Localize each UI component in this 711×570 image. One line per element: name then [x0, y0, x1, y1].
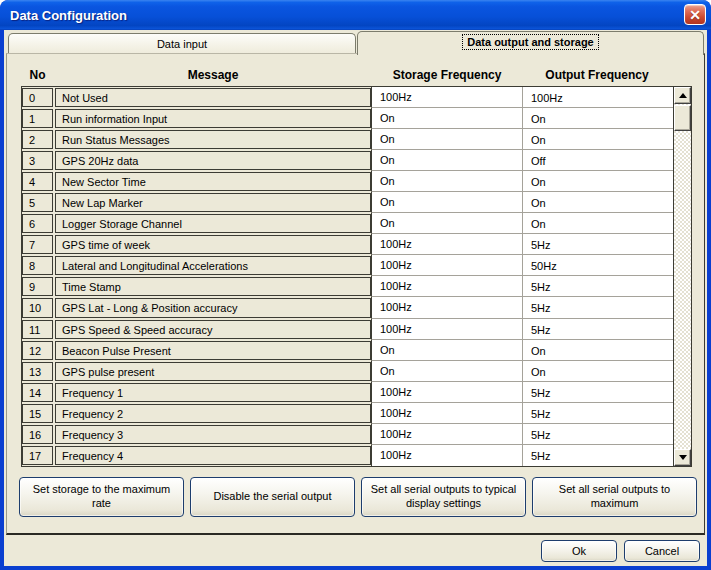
close-button[interactable]: ✕ [684, 4, 706, 25]
table-body: 0Not Used100Hz100Hz1Run information Inpu… [22, 87, 673, 466]
cell-storage[interactable]: 100Hz [371, 255, 522, 276]
cell-output[interactable]: On [522, 340, 673, 361]
cell-storage[interactable]: On [371, 192, 522, 213]
table-row[interactable]: 8Lateral and Longitudinal Accelerations1… [22, 255, 673, 276]
cell-storage[interactable]: 100Hz [371, 234, 522, 255]
cell-storage[interactable]: 100Hz [371, 297, 522, 318]
cell-output[interactable]: 100Hz [522, 87, 673, 108]
disable-serial-output-button[interactable]: Disable the serial output [190, 477, 355, 517]
header-message: Message [54, 68, 372, 82]
table-row[interactable]: 4New Sector TimeOnOn [22, 171, 673, 192]
tab-data-input-label: Data input [157, 38, 207, 50]
table-row[interactable]: 16Frequency 3100Hz5Hz [22, 424, 673, 445]
table-row[interactable]: 15Frequency 2100Hz5Hz [22, 403, 673, 424]
cell-no: 15 [22, 404, 53, 423]
cell-output[interactable]: 5Hz [522, 382, 673, 403]
cell-output[interactable]: 5Hz [522, 276, 673, 297]
scroll-down-icon [679, 455, 687, 460]
cell-output[interactable]: On [522, 171, 673, 192]
table-row[interactable]: 17Frequency 4100Hz5Hz [22, 445, 673, 466]
cell-output[interactable]: 50Hz [522, 255, 673, 276]
cell-storage[interactable]: 100Hz [371, 382, 522, 403]
tab-data-input[interactable]: Data input [8, 33, 356, 54]
cell-output[interactable]: On [522, 361, 673, 382]
cell-storage[interactable]: 100Hz [371, 87, 522, 108]
table-row[interactable]: 2Run Status MessagesOnOn [22, 129, 673, 150]
tab-data-output-label: Data output and storage [463, 35, 598, 49]
cell-message: Frequency 4 [55, 446, 371, 465]
cell-no: 4 [22, 172, 53, 191]
cell-output[interactable]: 5Hz [522, 403, 673, 424]
cell-storage[interactable]: On [371, 361, 522, 382]
cell-message: Frequency 3 [55, 425, 371, 444]
table-row[interactable]: 10GPS Lat - Long & Position accuracy100H… [22, 297, 673, 318]
cell-output[interactable]: 5Hz [522, 319, 673, 340]
cell-output[interactable]: Off [522, 150, 673, 171]
cell-message: Time Stamp [55, 277, 371, 296]
cell-message: Beacon Pulse Present [55, 341, 371, 360]
close-icon: ✕ [689, 8, 701, 22]
scroll-up-icon [679, 93, 687, 98]
header-storage-frequency: Storage Frequency [372, 68, 522, 82]
cell-storage[interactable]: On [371, 171, 522, 192]
scrollbar-thumb[interactable] [674, 105, 691, 131]
cell-no: 8 [22, 256, 53, 275]
cell-storage[interactable]: 100Hz [371, 276, 522, 297]
cell-storage[interactable]: On [371, 340, 522, 361]
table-row[interactable]: 14Frequency 1100Hz5Hz [22, 382, 673, 403]
cell-storage[interactable]: 100Hz [371, 445, 522, 466]
table-header: No Message Storage Frequency Output Freq… [21, 68, 704, 82]
cell-output[interactable]: On [522, 129, 673, 150]
cell-no: 17 [22, 446, 53, 465]
tab-panel: No Message Storage Frequency Output Freq… [6, 53, 705, 535]
table-row[interactable]: 5New Lap MarkerOnOn [22, 192, 673, 213]
cell-output[interactable]: 5Hz [522, 424, 673, 445]
scroll-down-button[interactable] [674, 449, 691, 466]
cell-message: New Lap Marker [55, 193, 371, 212]
cell-output[interactable]: 5Hz [522, 297, 673, 318]
cell-no: 6 [22, 214, 53, 233]
table-row[interactable]: 12Beacon Pulse PresentOnOn [22, 340, 673, 361]
serial-outputs-maximum-button[interactable]: Set all serial outputs to maximum [532, 477, 697, 517]
cancel-button[interactable]: Cancel [624, 540, 700, 562]
cell-message: GPS pulse present [55, 362, 371, 381]
cell-message: GPS Speed & Speed accuracy [55, 320, 371, 339]
serial-outputs-typical-button[interactable]: Set all serial outputs to typical displa… [361, 477, 526, 517]
cell-output[interactable]: 5Hz [522, 234, 673, 255]
table-row[interactable]: 11GPS Speed & Speed accuracy100Hz5Hz [22, 319, 673, 340]
cell-output[interactable]: On [522, 192, 673, 213]
cell-storage[interactable]: On [371, 129, 522, 150]
cell-storage[interactable]: 100Hz [371, 319, 522, 340]
cell-storage[interactable]: On [371, 213, 522, 234]
cell-output[interactable]: 5Hz [522, 445, 673, 466]
cell-storage[interactable]: On [371, 108, 522, 129]
set-storage-maximum-button[interactable]: Set storage to the maximum rate [19, 477, 184, 517]
table-row[interactable]: 1Run information InputOnOn [22, 108, 673, 129]
cell-message: Frequency 1 [55, 383, 371, 402]
cell-storage[interactable]: 100Hz [371, 424, 522, 445]
cell-no: 7 [22, 235, 53, 254]
table-row[interactable]: 0Not Used100Hz100Hz [22, 87, 673, 108]
titlebar[interactable]: Data Configuration ✕ [0, 0, 711, 30]
cell-no: 5 [22, 193, 53, 212]
table-row[interactable]: 9Time Stamp100Hz5Hz [22, 276, 673, 297]
table-row[interactable]: 6Logger Storage ChannelOnOn [22, 213, 673, 234]
tab-data-output-and-storage[interactable]: Data output and storage [357, 31, 704, 55]
ok-button[interactable]: Ok [541, 540, 617, 562]
cell-output[interactable]: On [522, 108, 673, 129]
table-row[interactable]: 3GPS 20Hz dataOnOff [22, 150, 673, 171]
cell-message: Frequency 2 [55, 404, 371, 423]
table-row[interactable]: 7GPS time of week100Hz5Hz [22, 234, 673, 255]
cell-message: New Sector Time [55, 172, 371, 191]
cell-storage[interactable]: On [371, 150, 522, 171]
cell-no: 1 [22, 109, 53, 128]
cell-output[interactable]: On [522, 213, 673, 234]
cell-no: 0 [22, 88, 53, 107]
cell-storage[interactable]: 100Hz [371, 403, 522, 424]
cell-message: Run Status Messages [55, 130, 371, 149]
message-table: 0Not Used100Hz100Hz1Run information Inpu… [21, 86, 692, 467]
scroll-up-button[interactable] [674, 87, 691, 104]
vertical-scrollbar[interactable] [673, 87, 691, 466]
table-row[interactable]: 13GPS pulse presentOnOn [22, 361, 673, 382]
window-title: Data Configuration [0, 8, 127, 23]
